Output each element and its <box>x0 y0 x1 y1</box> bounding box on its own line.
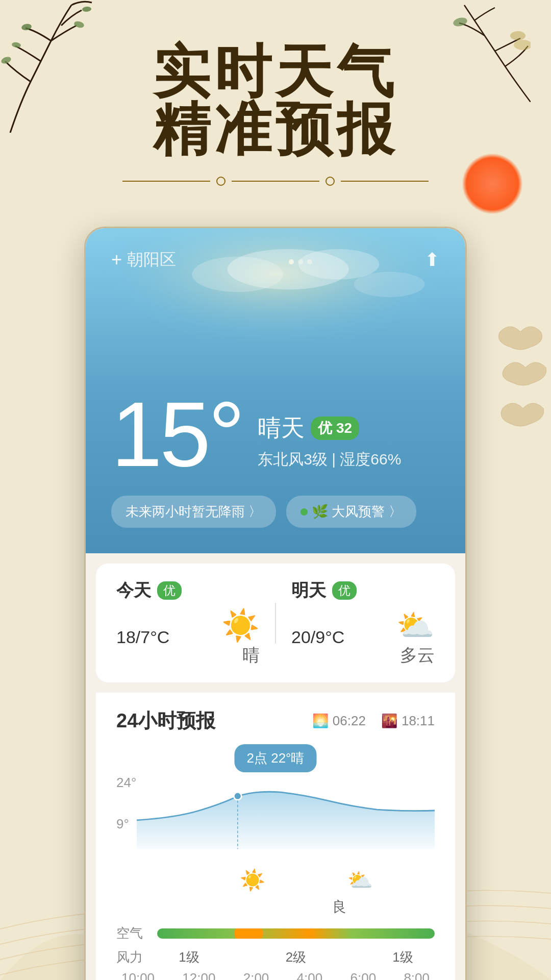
tomorrow-forecast: 明天 优 20/9°C ⛅ 多云 <box>291 579 435 667</box>
tomorrow-label: 明天 <box>291 579 326 602</box>
rain-alert-text: 未来两小时暂无降雨 〉 <box>126 503 262 521</box>
forecast-24h-header: 24小时预报 🌅 06:22 🌇 18:11 <box>116 708 435 734</box>
weather-info-right: 晴天 优 32 东北风3级 | 湿度66% <box>258 412 401 470</box>
time-1200: 12:00 <box>182 970 215 980</box>
today-badge: 优 <box>157 581 182 600</box>
divider-right <box>341 181 429 182</box>
today-temp: 18/7°C <box>116 627 169 647</box>
forecast-divider <box>275 603 276 644</box>
quality-text: 良 <box>332 899 346 915</box>
time-800: 8:00 <box>404 970 430 980</box>
chart-icons-row: ☀️ ⛅ <box>137 868 435 892</box>
sunset-icon: 🌇 <box>381 713 397 729</box>
sunset-value: 18:11 <box>402 713 435 729</box>
sunrise-time: 🌅 06:22 <box>312 713 366 729</box>
divider-left <box>122 181 210 182</box>
wind-row: 风力 1级 2级 1级 <box>116 948 435 966</box>
time-400: 4:00 <box>297 970 323 980</box>
chart-low-label: 9° <box>116 816 136 832</box>
alert-dot <box>300 508 308 516</box>
time-1000: 10:00 <box>121 970 155 980</box>
today-forecast: 今天 优 18/7°C ☀️ 晴 <box>116 579 260 667</box>
wind-level-2: 2级 <box>286 948 306 966</box>
today-label: 今天 <box>116 579 151 602</box>
24h-forecast-section: 24小时预报 🌅 06:22 🌇 18:11 2点 22°晴 24° 9° <box>96 693 455 980</box>
temp-section: 15° 晴天 优 32 东北风3级 | 湿度66% <box>111 388 440 480</box>
temperature-chart <box>137 770 435 851</box>
rain-alert-button[interactable]: 未来两小时暂无降雨 〉 <box>111 496 276 528</box>
hero-title-sub: 精准预报 <box>0 99 551 161</box>
air-quality-highlight <box>235 928 262 939</box>
hero-title-main: 实时天气 <box>0 41 551 104</box>
svg-point-12 <box>354 272 425 298</box>
quality-label-row: 良 <box>244 897 435 917</box>
divider-circle-left <box>216 177 226 186</box>
today-weather-icon: ☀️ <box>221 607 260 644</box>
phone-mockup: + 朝阳区 ⬆ 15° 晴天 优 32 东北风3级 | 湿度66% <box>84 227 467 980</box>
air-quality-row: 空气 <box>116 924 435 942</box>
air-quality-label: 空气 <box>116 924 152 942</box>
today-weather-text: 晴 <box>221 644 260 667</box>
sunrise-icon: 🌅 <box>312 713 329 729</box>
forecast-24h-title: 24小时预报 <box>116 708 215 734</box>
tomorrow-weather-text: 多云 <box>396 644 435 667</box>
condition-text: 晴天 <box>258 412 305 444</box>
wind-level-1: 1级 <box>179 948 199 966</box>
chart-icon-sun: ☀️ <box>240 868 265 892</box>
sun-times: 🌅 06:22 🌇 18:11 <box>312 713 435 729</box>
divider <box>122 177 429 186</box>
temperature-display: 15° <box>111 388 242 480</box>
wind-humidity: 东北风3级 | 湿度66% <box>258 449 401 470</box>
alert-row: 未来两小时暂无降雨 〉 🌿 大风预警 〉 <box>111 496 440 528</box>
wind-label: 风力 <box>116 948 152 966</box>
divider-circle-right <box>325 177 335 186</box>
wind-level-3: 1级 <box>392 948 413 966</box>
air-quality-bar <box>157 928 435 939</box>
sunset-time: 🌇 18:11 <box>381 713 435 729</box>
time-axis: 10:00 12:00 2:00 4:00 6:00 8:00 <box>116 970 435 980</box>
time-200: 2:00 <box>243 970 269 980</box>
divider-middle <box>232 181 319 182</box>
today-day-row: 今天 优 <box>116 579 260 602</box>
tomorrow-weather-icon: ⛅ <box>396 607 435 644</box>
tomorrow-badge: 优 <box>332 581 357 600</box>
wind-alert-text: 🌿 大风预警 〉 <box>312 503 402 521</box>
wind-alert-button[interactable]: 🌿 大风预警 〉 <box>286 496 416 528</box>
tomorrow-day-row: 明天 优 <box>291 579 435 602</box>
sunrise-value: 06:22 <box>333 713 366 729</box>
daily-forecast-card: 今天 优 18/7°C ☀️ 晴 明天 优 20/9°C ⛅ <box>96 564 455 682</box>
chart-high-label: 24° <box>116 775 136 791</box>
tomorrow-temp: 20/9°C <box>291 627 344 647</box>
chart-tooltip: 2点 22°晴 <box>234 744 316 772</box>
svg-point-11 <box>192 257 283 292</box>
chart-icon-cloudy: ⛅ <box>347 868 373 892</box>
wind-levels: 1级 2级 1级 <box>157 948 435 966</box>
chart-area: 2点 22°晴 24° 9° <box>116 744 435 897</box>
hero-section: 实时天气 精准预报 <box>0 0 551 206</box>
weather-top-card: + 朝阳区 ⬆ 15° 晴天 优 32 东北风3级 | 湿度66% <box>86 228 465 553</box>
condition-row: 晴天 优 32 <box>258 412 401 444</box>
time-600: 6:00 <box>350 970 377 980</box>
aqi-badge: 优 32 <box>311 416 359 440</box>
clouds-decoration <box>490 306 551 459</box>
sky-visual <box>86 228 465 381</box>
